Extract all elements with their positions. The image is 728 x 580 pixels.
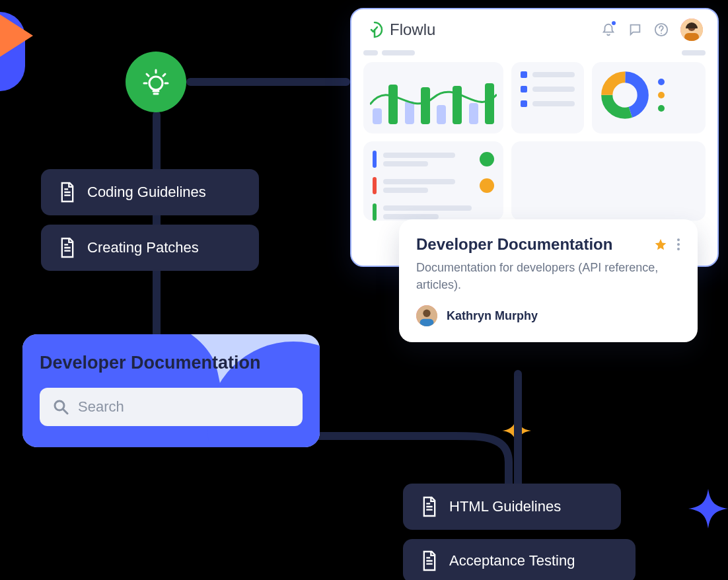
doc-card-description: Documentation for developers (API refere…: [416, 259, 680, 293]
svg-point-0: [149, 77, 163, 90]
doc-chip-label: Coding Guidelines: [87, 184, 206, 201]
help-button[interactable]: [654, 22, 669, 37]
placeholder-bar: [682, 50, 706, 55]
document-icon: [420, 550, 439, 572]
widget-list[interactable]: [511, 62, 584, 133]
doc-chip-html-guidelines[interactable]: HTML Guidelines: [403, 484, 621, 530]
donut-icon: [601, 71, 649, 119]
search-card-title: Developer Documentation: [40, 353, 303, 373]
svg-point-14: [423, 310, 430, 317]
timeline-item: [373, 177, 494, 194]
document-icon: [58, 181, 77, 203]
doc-chip-creating-patches[interactable]: Creating Patches: [41, 225, 259, 271]
svg-line-2: [63, 410, 67, 414]
list-item: [521, 71, 575, 78]
svg-point-1: [55, 401, 64, 410]
document-icon: [420, 495, 439, 518]
timeline-item: [373, 151, 494, 168]
svg-point-11: [677, 243, 680, 246]
brand-name: Flowlu: [390, 20, 435, 39]
chat-button[interactable]: [628, 22, 642, 37]
decorative-star-icon: [688, 489, 728, 528]
brand: Flowlu: [366, 20, 435, 39]
author-avatar: [416, 305, 437, 326]
placeholder-bar: [382, 50, 415, 55]
avatar: [480, 178, 494, 193]
search-box[interactable]: [40, 388, 303, 426]
doc-chip-label: Creating Patches: [87, 239, 199, 256]
svg-point-10: [677, 238, 680, 241]
star-icon[interactable]: [654, 238, 667, 251]
decorative-arrow: [0, 15, 33, 57]
wave-line: [370, 69, 497, 127]
user-avatar[interactable]: [680, 18, 703, 41]
doc-chip-label: HTML Guidelines: [449, 498, 561, 515]
doc-chip-label: Acceptance Testing: [449, 552, 575, 569]
notification-dot: [610, 20, 617, 26]
widget-timeline[interactable]: [363, 141, 503, 221]
donut-legend: [658, 79, 665, 112]
app-topbar: Flowlu: [351, 9, 717, 48]
widget-header: [363, 50, 706, 55]
brand-logo-icon: [366, 21, 383, 38]
search-card: Developer Documentation: [22, 334, 320, 447]
document-icon: [58, 236, 77, 259]
svg-rect-6: [684, 33, 699, 41]
doc-chip-coding-guidelines[interactable]: Coding Guidelines: [41, 169, 259, 215]
doc-detail-card: Developer Documentation Documentation fo…: [399, 219, 698, 342]
timeline-item: [373, 203, 494, 221]
list-item: [521, 100, 575, 107]
help-icon: [654, 22, 669, 37]
idea-bubble: [126, 52, 186, 112]
widget-bar-chart[interactable]: [363, 62, 503, 133]
svg-point-12: [677, 248, 680, 250]
lightbulb-icon: [140, 66, 172, 98]
doc-card-title: Developer Documentation: [416, 235, 612, 254]
chat-icon: [628, 22, 642, 37]
widget-empty: [511, 141, 706, 221]
author-name: Kathryn Murphy: [447, 309, 538, 323]
avatar: [480, 152, 494, 166]
list-item: [521, 86, 575, 92]
placeholder-bar: [363, 50, 378, 55]
doc-chip-acceptance-testing[interactable]: Acceptance Testing: [403, 539, 636, 580]
widget-donut-chart[interactable]: [592, 62, 706, 133]
search-icon: [53, 399, 69, 415]
doc-card-author: Kathryn Murphy: [416, 305, 680, 326]
svg-rect-15: [420, 319, 434, 326]
notifications-button[interactable]: [601, 22, 616, 37]
search-input[interactable]: [78, 398, 289, 416]
more-icon[interactable]: [676, 238, 680, 251]
connector-line: [186, 78, 350, 86]
